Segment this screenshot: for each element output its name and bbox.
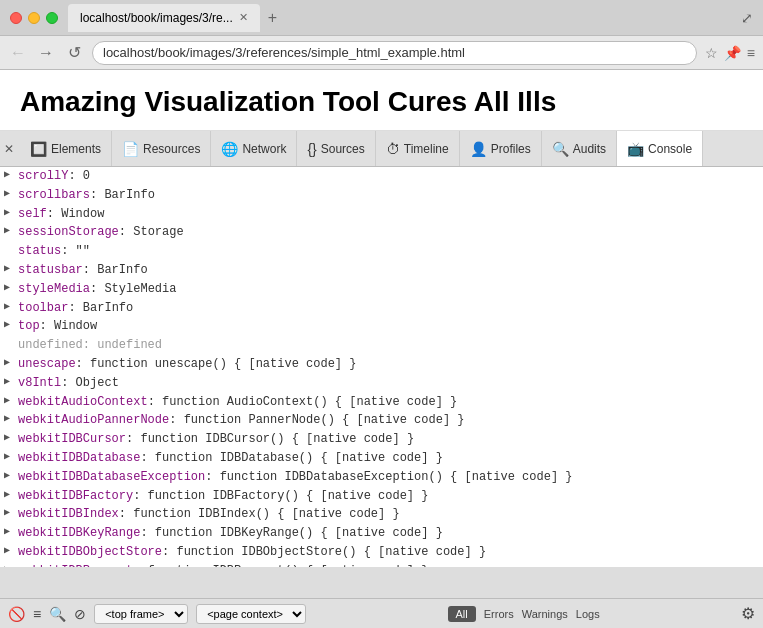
line-content: status: ""	[18, 243, 90, 260]
context-select[interactable]: <page context>	[196, 604, 306, 624]
console-line: sessionStorage: Storage	[0, 223, 763, 242]
toggle-arrow[interactable]	[4, 356, 14, 370]
close-button[interactable]	[10, 12, 22, 24]
frame-select[interactable]: <top frame>	[94, 604, 188, 624]
tab-timeline[interactable]: ⏱ Timeline	[376, 131, 460, 166]
toggle-arrow[interactable]	[4, 281, 14, 295]
tab-console[interactable]: 📺 Console	[617, 131, 703, 166]
timeline-icon: ⏱	[386, 141, 400, 157]
console-line: webkitIDBDatabase: function IDBDatabase(…	[0, 449, 763, 468]
console-icon: 📺	[627, 141, 644, 157]
toggle-arrow[interactable]	[4, 318, 14, 332]
line-content: top: Window	[18, 318, 97, 335]
network-icon: 🌐	[221, 141, 238, 157]
new-tab-button[interactable]: +	[268, 9, 277, 27]
settings-icon[interactable]: ⚙	[741, 604, 755, 623]
line-content: webkitAudioContext: function AudioContex…	[18, 394, 457, 411]
tab-profiles[interactable]: 👤 Profiles	[460, 131, 542, 166]
toggle-arrow[interactable]	[4, 412, 14, 426]
tab-console-label: Console	[648, 142, 692, 156]
line-content: unescape: function unescape() { [native …	[18, 356, 356, 373]
clear-icon[interactable]: 🚫	[8, 606, 25, 622]
toggle-arrow[interactable]	[4, 224, 14, 238]
tab-timeline-label: Timeline	[404, 142, 449, 156]
bottom-bar: 🚫 ≡ 🔍 ⊘ <top frame> <page context> All E…	[0, 598, 763, 628]
line-content: styleMedia: StyleMedia	[18, 281, 176, 298]
console-line: webkitIDBRequest: function IDBRequest() …	[0, 562, 763, 567]
console-line: webkitIDBObjectStore: function IDBObject…	[0, 543, 763, 562]
expand-icon[interactable]: ⤢	[741, 10, 753, 26]
line-content: webkitIDBDatabaseException: function IDB…	[18, 469, 573, 486]
toggle-arrow[interactable]	[4, 544, 14, 558]
resources-icon: 📄	[122, 141, 139, 157]
sources-icon: {}	[307, 141, 316, 157]
devtools-close-button[interactable]: ✕	[4, 142, 14, 156]
url-input[interactable]	[92, 41, 697, 65]
console-line: undefined: undefined	[0, 336, 763, 355]
toggle-arrow[interactable]	[4, 431, 14, 445]
line-content: sessionStorage: Storage	[18, 224, 184, 241]
block-icon[interactable]: ⊘	[74, 606, 86, 622]
console-line: unescape: function unescape() { [native …	[0, 355, 763, 374]
toggle-arrow[interactable]	[4, 450, 14, 464]
tab-elements-label: Elements	[51, 142, 101, 156]
back-button[interactable]: ←	[8, 44, 28, 62]
line-content: scrollY: 0	[18, 168, 90, 185]
tab-resources[interactable]: 📄 Resources	[112, 131, 211, 166]
toggle-arrow[interactable]	[4, 488, 14, 502]
audits-icon: 🔍	[552, 141, 569, 157]
forward-button[interactable]: →	[36, 44, 56, 62]
maximize-button[interactable]	[46, 12, 58, 24]
page-title: Amazing Visualization Tool Cures All Ill…	[20, 86, 743, 118]
toggle-arrow[interactable]	[4, 506, 14, 520]
toggle-arrow[interactable]	[4, 206, 14, 220]
line-content: toolbar: BarInfo	[18, 300, 133, 317]
menu-icon[interactable]: ≡	[747, 45, 755, 61]
line-content: scrollbars: BarInfo	[18, 187, 155, 204]
console-line: statusbar: BarInfo	[0, 261, 763, 280]
tab-elements[interactable]: 🔲 Elements	[20, 131, 112, 166]
line-content: webkitIDBFactory: function IDBFactory() …	[18, 488, 428, 505]
console-line: status: ""	[0, 242, 763, 261]
toggle-arrow[interactable]	[4, 525, 14, 539]
elements-icon: 🔲	[30, 141, 47, 157]
console-line: webkitIDBIndex: function IDBIndex() { [n…	[0, 505, 763, 524]
minimize-button[interactable]	[28, 12, 40, 24]
console-line: toolbar: BarInfo	[0, 299, 763, 318]
console-line: self: Window	[0, 205, 763, 224]
console-line: styleMedia: StyleMedia	[0, 280, 763, 299]
console-line: webkitAudioContext: function AudioContex…	[0, 393, 763, 412]
all-button[interactable]: All	[448, 606, 476, 622]
tab-network-label: Network	[242, 142, 286, 156]
toggle-arrow[interactable]	[4, 394, 14, 408]
warnings-button[interactable]: Warnings	[522, 608, 568, 620]
line-content: statusbar: BarInfo	[18, 262, 148, 279]
browser-tab-active[interactable]: localhost/book/images/3/re... ✕	[68, 4, 260, 32]
tab-network[interactable]: 🌐 Network	[211, 131, 297, 166]
logs-button[interactable]: Logs	[576, 608, 600, 620]
line-content: webkitAudioPannerNode: function PannerNo…	[18, 412, 464, 429]
address-icons: ☆ 📌 ≡	[705, 45, 755, 61]
toggle-arrow[interactable]	[4, 469, 14, 483]
tab-sources[interactable]: {} Sources	[297, 131, 375, 166]
reload-button[interactable]: ↺	[64, 43, 84, 62]
toggle-arrow[interactable]	[4, 563, 14, 567]
line-content: webkitIDBRequest: function IDBRequest() …	[18, 563, 428, 567]
tab-close-icon[interactable]: ✕	[239, 11, 248, 24]
toggle-arrow[interactable]	[4, 187, 14, 201]
errors-button[interactable]: Errors	[484, 608, 514, 620]
toggle-arrow[interactable]	[4, 168, 14, 182]
traffic-lights	[10, 12, 58, 24]
tab-label: localhost/book/images/3/re...	[80, 11, 233, 25]
tab-audits[interactable]: 🔍 Audits	[542, 131, 617, 166]
line-content: v8Intl: Object	[18, 375, 119, 392]
pin-icon[interactable]: 📌	[724, 45, 741, 61]
toggle-arrow[interactable]	[4, 375, 14, 389]
line-content: webkitIDBKeyRange: function IDBKeyRange(…	[18, 525, 443, 542]
star-icon[interactable]: ☆	[705, 45, 718, 61]
toggle-arrow[interactable]	[4, 262, 14, 276]
toggle-arrow[interactable]	[4, 300, 14, 314]
filter-icon[interactable]: ≡	[33, 606, 41, 622]
console-line: scrollY: 0	[0, 167, 763, 186]
search-icon[interactable]: 🔍	[49, 606, 66, 622]
